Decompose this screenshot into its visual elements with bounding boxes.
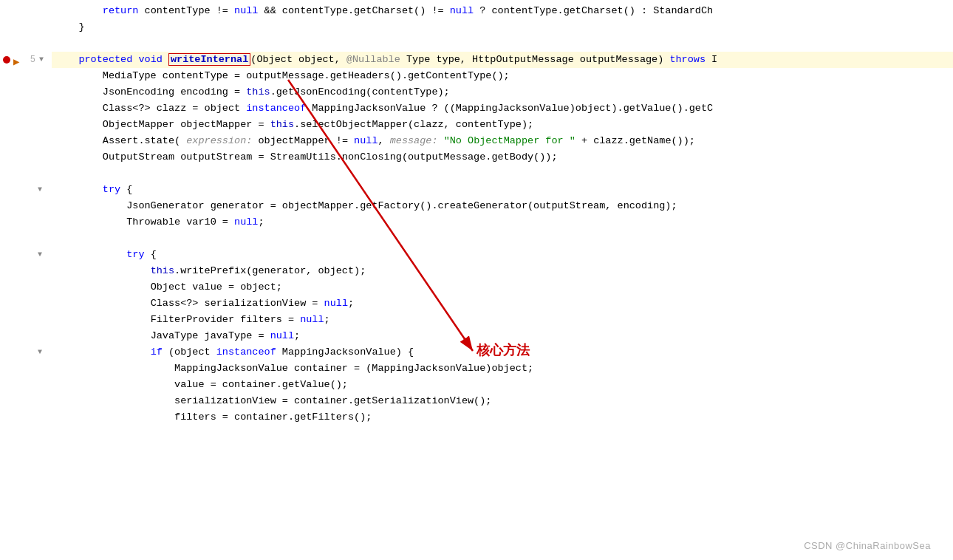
line-content-25: serializationView = container.getSeriali… — [52, 393, 953, 409]
line-gutter-13 — [0, 198, 52, 214]
line-content-19: Class<?> serializationView = null; — [52, 296, 953, 312]
code-line-18: Object value = object; — [0, 279, 953, 296]
line-content-6: JsonEncoding encoding = this.getJsonEnco… — [52, 84, 953, 100]
line-content-2: } — [52, 19, 953, 35]
line-content-20: FilterProvider filters = null; — [52, 312, 953, 328]
line-gutter-10 — [0, 149, 52, 165]
line-content-10: OutputStream outputStream = StreamUtils.… — [52, 149, 953, 165]
code-line-12: ▼ try { — [0, 182, 953, 198]
code-line-1: return contentType != null && contentTyp… — [0, 3, 953, 19]
code-line-24: value = container.getValue(); — [0, 377, 953, 393]
code-line-16: ▼ try { — [0, 247, 953, 263]
code-line-2: } — [0, 19, 953, 35]
fold-arrow-4[interactable]: ▼ — [37, 55, 46, 64]
line-gutter-5 — [0, 68, 52, 84]
code-line-14: Throwable var10 = null; — [0, 214, 953, 231]
line-gutter-8 — [0, 117, 52, 133]
line-gutter-6 — [0, 84, 52, 100]
line-gutter-25 — [0, 393, 52, 409]
line-gutter-12: ▼ — [0, 182, 52, 198]
line-gutter-20 — [0, 312, 52, 328]
line-gutter-18 — [0, 279, 52, 296]
code-line-15 — [0, 231, 953, 247]
code-line-20: FilterProvider filters = null; — [0, 312, 953, 328]
line-gutter-17 — [0, 263, 52, 279]
code-line-6: JsonEncoding encoding = this.getJsonEnco… — [0, 84, 953, 100]
line-gutter-4: ▶ 5 ▼ — [0, 52, 52, 68]
line-gutter-7 — [0, 100, 52, 117]
line-content-24: value = container.getValue(); — [52, 377, 953, 393]
line-content-3 — [52, 35, 953, 52]
line-content-4: protected void writeInternal(Object obje… — [52, 52, 953, 68]
line-content-11 — [52, 165, 953, 182]
code-line-26: filters = container.getFilters(); — [0, 409, 953, 426]
line-gutter-21 — [0, 328, 52, 344]
line-content-26: filters = container.getFilters(); — [52, 409, 953, 426]
fold-arrow-22[interactable]: ▼ — [35, 348, 44, 357]
param-hint-expression: expression: — [186, 135, 252, 146]
line-content-12: try { — [52, 182, 953, 198]
line-gutter-1 — [0, 3, 52, 19]
code-line-19: Class<?> serializationView = null; — [0, 296, 953, 312]
line-gutter-2 — [0, 19, 52, 35]
line-gutter-16: ▼ — [0, 247, 52, 263]
line-gutter-26 — [0, 409, 52, 426]
code-line-9: Assert.state( expression: objectMapper !… — [0, 133, 953, 149]
line-content-23: MappingJacksonValue container = (Mapping… — [52, 361, 953, 377]
method-highlight-writeInternal: writeInternal — [168, 53, 250, 66]
line-gutter-15 — [0, 231, 52, 247]
line-gutter-11 — [0, 165, 52, 182]
line-gutter-14 — [0, 214, 52, 231]
code-line-17: this.writePrefix(generator, object); — [0, 263, 953, 279]
line-gutter-19 — [0, 296, 52, 312]
line-content-15 — [52, 231, 953, 247]
code-line-10: OutputStream outputStream = StreamUtils.… — [0, 149, 953, 165]
fold-arrow-16[interactable]: ▼ — [35, 250, 44, 259]
line-gutter-23 — [0, 361, 52, 377]
line-gutter-22: ▼ — [0, 344, 52, 361]
param-hint-message: message: — [390, 135, 438, 146]
code-line-25: serializationView = container.getSeriali… — [0, 393, 953, 409]
annotation-text: 核心方法 — [476, 341, 530, 359]
line-content-18: Object value = object; — [52, 279, 953, 296]
code-line-3 — [0, 35, 953, 52]
code-line-5: MediaType contentType = outputMessage.ge… — [0, 68, 953, 84]
line-content-8: ObjectMapper objectMapper = this.selectO… — [52, 117, 953, 133]
line-content-13: JsonGenerator generator = objectMapper.g… — [52, 198, 953, 214]
code-line-11 — [0, 165, 953, 182]
line-content-16: try { — [52, 247, 953, 263]
breakpoint-dot — [3, 56, 10, 64]
line-content-14: Throwable var10 = null; — [52, 214, 953, 231]
code-line-23: MappingJacksonValue container = (Mapping… — [0, 361, 953, 377]
line-gutter-9 — [0, 133, 52, 149]
line-number-4: 5 — [30, 52, 35, 68]
line-content-5: MediaType contentType = outputMessage.ge… — [52, 68, 953, 84]
line-content-9: Assert.state( expression: objectMapper !… — [52, 133, 953, 149]
code-line-4: ▶ 5 ▼ protected void writeInternal(Objec… — [0, 52, 953, 68]
keyword-return: return — [103, 5, 139, 16]
code-line-13: JsonGenerator generator = objectMapper.g… — [0, 198, 953, 214]
code-line-8: ObjectMapper objectMapper = this.selectO… — [0, 117, 953, 133]
code-container: return contentType != null && contentTyp… — [0, 0, 953, 560]
line-content-7: Class<?> clazz = object instanceof Mappi… — [52, 100, 953, 117]
code-line-7: Class<?> clazz = object instanceof Mappi… — [0, 100, 953, 117]
line-content-17: this.writePrefix(generator, object); — [52, 263, 953, 279]
line-content-1: return contentType != null && contentTyp… — [52, 3, 953, 19]
watermark: CSDN @ChinaRainbowSea — [804, 540, 931, 551]
fold-arrow-12[interactable]: ▼ — [35, 185, 44, 194]
line-gutter-3 — [0, 35, 52, 52]
line-gutter-24 — [0, 377, 52, 393]
